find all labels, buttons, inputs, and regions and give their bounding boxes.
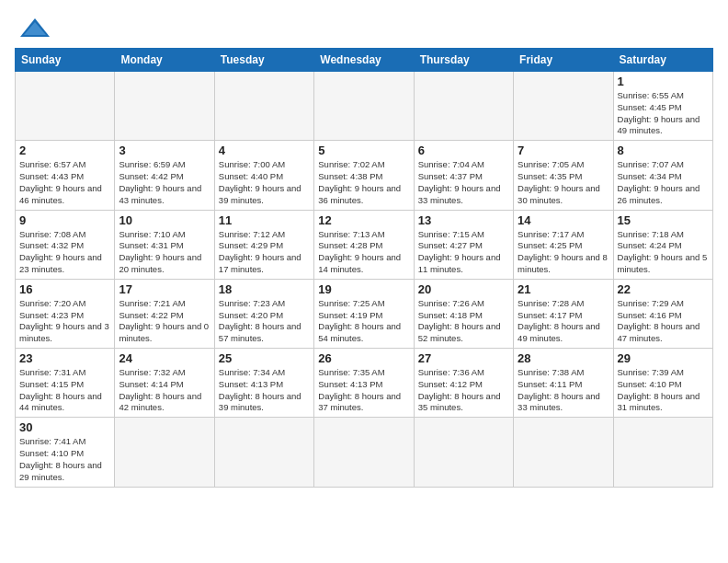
day-number: 14 [518, 213, 609, 227]
day-number: 28 [518, 351, 609, 365]
calendar-cell [16, 72, 115, 141]
day-number: 20 [418, 282, 509, 296]
day-number: 26 [318, 351, 409, 365]
weekday-header-row: SundayMondayTuesdayWednesdayThursdayFrid… [16, 49, 713, 72]
calendar-cell: 12Sunrise: 7:13 AM Sunset: 4:28 PM Dayli… [314, 210, 414, 279]
calendar-cell: 15Sunrise: 7:18 AM Sunset: 4:24 PM Dayli… [613, 210, 712, 279]
weekday-friday: Friday [514, 49, 613, 72]
day-info: Sunrise: 6:59 AM Sunset: 4:42 PM Dayligh… [119, 159, 210, 206]
day-number: 19 [318, 282, 409, 296]
day-number: 10 [119, 213, 210, 227]
day-info: Sunrise: 7:38 AM Sunset: 4:11 PM Dayligh… [518, 367, 609, 414]
day-info: Sunrise: 7:12 AM Sunset: 4:29 PM Dayligh… [219, 229, 310, 276]
day-info: Sunrise: 7:34 AM Sunset: 4:13 PM Dayligh… [219, 367, 310, 414]
page: SundayMondayTuesdayWednesdayThursdayFrid… [0, 0, 728, 563]
calendar-cell [314, 72, 414, 141]
week-row-2: 2Sunrise: 6:57 AM Sunset: 4:43 PM Daylig… [16, 141, 713, 210]
weekday-monday: Monday [115, 49, 214, 72]
weekday-wednesday: Wednesday [314, 49, 414, 72]
calendar-cell: 26Sunrise: 7:35 AM Sunset: 4:13 PM Dayli… [314, 349, 414, 418]
calendar-cell: 11Sunrise: 7:12 AM Sunset: 4:29 PM Dayli… [214, 210, 313, 279]
day-number: 1 [618, 75, 709, 88]
week-row-1: 1Sunrise: 6:55 AM Sunset: 4:45 PM Daylig… [16, 72, 713, 141]
day-number: 18 [219, 282, 310, 296]
day-number: 8 [618, 144, 709, 157]
weekday-tuesday: Tuesday [214, 49, 313, 72]
day-number: 3 [119, 144, 210, 157]
day-number: 6 [418, 144, 509, 157]
day-info: Sunrise: 7:29 AM Sunset: 4:16 PM Dayligh… [618, 298, 709, 345]
day-number: 7 [518, 144, 609, 157]
calendar-cell: 28Sunrise: 7:38 AM Sunset: 4:11 PM Dayli… [514, 349, 613, 418]
day-info: Sunrise: 7:31 AM Sunset: 4:15 PM Dayligh… [19, 367, 110, 414]
day-info: Sunrise: 7:41 AM Sunset: 4:10 PM Dayligh… [19, 436, 110, 483]
calendar-cell: 6Sunrise: 7:04 AM Sunset: 4:37 PM Daylig… [414, 141, 513, 210]
day-info: Sunrise: 7:18 AM Sunset: 4:24 PM Dayligh… [618, 229, 709, 276]
day-number: 5 [318, 144, 409, 157]
calendar-cell [214, 418, 313, 487]
calendar-cell: 8Sunrise: 7:07 AM Sunset: 4:34 PM Daylig… [613, 141, 712, 210]
calendar-cell: 4Sunrise: 7:00 AM Sunset: 4:40 PM Daylig… [214, 141, 313, 210]
calendar-cell: 19Sunrise: 7:25 AM Sunset: 4:19 PM Dayli… [314, 279, 414, 348]
calendar-cell [214, 72, 313, 141]
day-number: 16 [19, 282, 110, 296]
calendar-cell [613, 418, 712, 487]
calendar-cell: 23Sunrise: 7:31 AM Sunset: 4:15 PM Dayli… [16, 349, 115, 418]
calendar-cell: 27Sunrise: 7:36 AM Sunset: 4:12 PM Dayli… [414, 349, 513, 418]
day-info: Sunrise: 7:10 AM Sunset: 4:31 PM Dayligh… [119, 229, 210, 276]
day-number: 21 [518, 282, 609, 296]
calendar-cell: 10Sunrise: 7:10 AM Sunset: 4:31 PM Dayli… [115, 210, 214, 279]
day-number: 13 [418, 213, 509, 227]
calendar-cell: 18Sunrise: 7:23 AM Sunset: 4:20 PM Dayli… [214, 279, 313, 348]
week-row-3: 9Sunrise: 7:08 AM Sunset: 4:32 PM Daylig… [16, 210, 713, 279]
day-info: Sunrise: 7:15 AM Sunset: 4:27 PM Dayligh… [418, 229, 509, 276]
day-info: Sunrise: 7:32 AM Sunset: 4:14 PM Dayligh… [119, 367, 210, 414]
week-row-5: 23Sunrise: 7:31 AM Sunset: 4:15 PM Dayli… [16, 349, 713, 418]
calendar-cell: 2Sunrise: 6:57 AM Sunset: 4:43 PM Daylig… [16, 141, 115, 210]
day-info: Sunrise: 7:02 AM Sunset: 4:38 PM Dayligh… [318, 159, 409, 206]
calendar-cell [514, 72, 613, 141]
day-info: Sunrise: 7:00 AM Sunset: 4:40 PM Dayligh… [219, 159, 310, 206]
day-number: 22 [618, 282, 709, 296]
day-info: Sunrise: 7:26 AM Sunset: 4:18 PM Dayligh… [418, 298, 509, 345]
calendar-cell [514, 418, 613, 487]
day-info: Sunrise: 7:04 AM Sunset: 4:37 PM Dayligh… [418, 159, 509, 206]
day-info: Sunrise: 7:08 AM Sunset: 4:32 PM Dayligh… [19, 229, 110, 276]
day-info: Sunrise: 7:21 AM Sunset: 4:22 PM Dayligh… [119, 298, 210, 345]
calendar-cell: 7Sunrise: 7:05 AM Sunset: 4:35 PM Daylig… [514, 141, 613, 210]
day-number: 4 [219, 144, 310, 157]
calendar-cell: 29Sunrise: 7:39 AM Sunset: 4:10 PM Dayli… [613, 349, 712, 418]
calendar-cell: 1Sunrise: 6:55 AM Sunset: 4:45 PM Daylig… [613, 72, 712, 141]
calendar-cell: 17Sunrise: 7:21 AM Sunset: 4:22 PM Dayli… [115, 279, 214, 348]
calendar-cell [414, 72, 513, 141]
day-info: Sunrise: 7:23 AM Sunset: 4:20 PM Dayligh… [219, 298, 310, 345]
logo [15, 15, 51, 39]
day-number: 30 [19, 420, 110, 434]
calendar-cell [115, 418, 214, 487]
weekday-saturday: Saturday [613, 49, 712, 72]
day-info: Sunrise: 7:25 AM Sunset: 4:19 PM Dayligh… [318, 298, 409, 345]
calendar-cell [115, 72, 214, 141]
day-info: Sunrise: 7:28 AM Sunset: 4:17 PM Dayligh… [518, 298, 609, 345]
day-number: 27 [418, 351, 509, 365]
day-number: 9 [19, 213, 110, 227]
header [15, 15, 713, 39]
day-number: 24 [119, 351, 210, 365]
calendar-cell: 13Sunrise: 7:15 AM Sunset: 4:27 PM Dayli… [414, 210, 513, 279]
day-info: Sunrise: 7:35 AM Sunset: 4:13 PM Dayligh… [318, 367, 409, 414]
day-info: Sunrise: 7:17 AM Sunset: 4:25 PM Dayligh… [518, 229, 609, 276]
day-number: 23 [19, 351, 110, 365]
day-info: Sunrise: 6:57 AM Sunset: 4:43 PM Dayligh… [19, 159, 110, 206]
day-number: 29 [618, 351, 709, 365]
day-info: Sunrise: 6:55 AM Sunset: 4:45 PM Dayligh… [618, 90, 709, 137]
day-info: Sunrise: 7:05 AM Sunset: 4:35 PM Dayligh… [518, 159, 609, 206]
calendar-cell: 5Sunrise: 7:02 AM Sunset: 4:38 PM Daylig… [314, 141, 414, 210]
week-row-6: 30Sunrise: 7:41 AM Sunset: 4:10 PM Dayli… [16, 418, 713, 487]
calendar-cell: 3Sunrise: 6:59 AM Sunset: 4:42 PM Daylig… [115, 141, 214, 210]
day-number: 2 [19, 144, 110, 157]
calendar-cell: 14Sunrise: 7:17 AM Sunset: 4:25 PM Dayli… [514, 210, 613, 279]
logo-icon [18, 17, 51, 39]
calendar-table: SundayMondayTuesdayWednesdayThursdayFrid… [15, 48, 713, 488]
calendar-cell: 25Sunrise: 7:34 AM Sunset: 4:13 PM Dayli… [214, 349, 313, 418]
day-info: Sunrise: 7:36 AM Sunset: 4:12 PM Dayligh… [418, 367, 509, 414]
